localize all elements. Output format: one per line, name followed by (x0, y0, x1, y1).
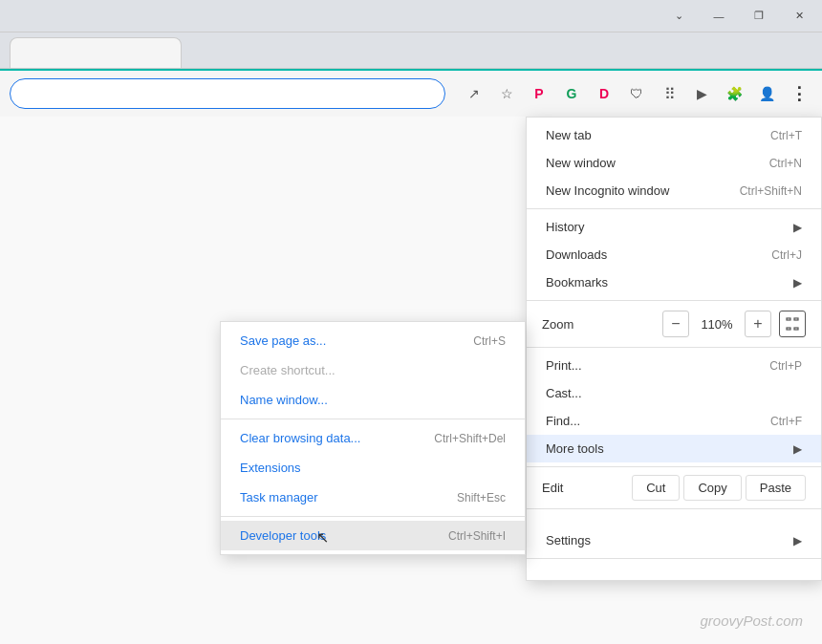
svg-rect-3 (794, 328, 798, 330)
title-bar: ⌄ — ❐ ✕ (0, 0, 822, 32)
dictionary-icon[interactable]: D (591, 80, 617, 107)
sub-menu: Save page as... Ctrl+S Create shortcut..… (220, 321, 526, 555)
menu-history[interactable]: History ▶ (527, 213, 821, 241)
play-icon[interactable]: ▶ (688, 80, 715, 107)
zoom-value: 110% (693, 317, 741, 332)
menu-find[interactable]: Find... Ctrl+F (527, 407, 821, 435)
submenu-clear-browsing[interactable]: Clear browsing data... Ctrl+Shift+Del (221, 423, 525, 453)
cut-button[interactable]: Cut (632, 475, 680, 501)
submenu-name-window[interactable]: Name window... (221, 385, 525, 415)
separator-5 (527, 508, 821, 509)
zoom-label: Zoom (542, 317, 659, 332)
submenu-create-shortcut[interactable]: Create shortcut... (221, 355, 525, 385)
paste-button[interactable]: Paste (746, 475, 806, 501)
window-controls: ⌄ — ❐ ✕ (660, 2, 818, 31)
submenu-task-manager[interactable]: Task manager Shift+Esc (221, 483, 525, 512)
svg-rect-0 (787, 318, 790, 320)
edit-label: Edit (542, 481, 628, 495)
svg-rect-1 (794, 318, 798, 320)
separator-4 (527, 466, 821, 467)
svg-rect-2 (787, 328, 790, 330)
bookmark-icon[interactable]: ☆ (493, 80, 520, 107)
pocket-icon[interactable]: P (526, 80, 552, 107)
address-bar: ↗ ☆ P G D 🛡 ⠿ ▶ 🧩 👤 ⋮ (0, 69, 822, 117)
minimize-button[interactable]: — (700, 2, 738, 31)
menu-incognito[interactable]: New Incognito window Ctrl+Shift+N (527, 177, 821, 204)
share-icon[interactable]: ↗ (461, 80, 487, 107)
zoom-fullscreen-button[interactable] (779, 311, 806, 337)
submenu-developer-tools[interactable]: Developer tools Ctrl+Shift+I (221, 521, 525, 550)
menu-icon[interactable]: ⋮ (786, 80, 812, 107)
menu-new-tab[interactable]: New tab Ctrl+T (527, 121, 821, 149)
menu-more-tools[interactable]: More tools ▶ (527, 435, 821, 462)
zoom-minus-button[interactable]: − (662, 311, 689, 337)
menu-cast[interactable]: Cast... (527, 379, 821, 407)
grammarly-icon[interactable]: G (558, 80, 585, 107)
toolbar-icons: ↗ ☆ P G D 🛡 ⠿ ▶ 🧩 👤 ⋮ (461, 80, 812, 107)
url-input[interactable] (10, 78, 445, 109)
chevron-button[interactable]: ⌄ (660, 2, 698, 31)
profile-icon[interactable]: 👤 (753, 80, 780, 107)
shield-icon[interactable]: 🛡 (623, 80, 650, 107)
main-menu: New tab Ctrl+T New window Ctrl+N New Inc… (526, 117, 822, 581)
menu-help[interactable]: Settings ▶ (527, 526, 821, 554)
menu-print[interactable]: Print... Ctrl+P (527, 352, 821, 379)
extensions-icon[interactable]: 🧩 (721, 80, 747, 107)
menu-downloads[interactable]: Downloads Ctrl+J (527, 241, 821, 268)
separator-3 (527, 347, 821, 348)
submenu-separator-1 (221, 419, 525, 419)
tab-bar (0, 32, 822, 69)
dots-icon[interactable]: ⠿ (656, 80, 682, 107)
menu-exit[interactable] (527, 563, 821, 576)
separator-6 (527, 558, 821, 559)
menu-settings[interactable] (527, 513, 821, 526)
edit-row: Edit Cut Copy Paste (527, 471, 821, 504)
submenu-separator-2 (221, 516, 525, 517)
watermark: groovyPost.com (700, 612, 803, 629)
active-tab[interactable] (10, 37, 182, 68)
menu-new-window[interactable]: New window Ctrl+N (527, 149, 821, 177)
menu-bookmarks[interactable]: Bookmarks ▶ (527, 268, 821, 296)
cursor-pointer: ↖ (316, 528, 329, 547)
submenu-extensions[interactable]: Extensions (221, 453, 525, 483)
main-content: groovyPost.com New tab Ctrl+T New window… (0, 117, 822, 644)
close-button[interactable]: ✕ (780, 2, 818, 31)
separator-2 (527, 300, 821, 301)
submenu-save-page[interactable]: Save page as... Ctrl+S (221, 326, 525, 355)
zoom-row: Zoom − 110% + (527, 305, 821, 343)
separator-1 (527, 208, 821, 209)
maximize-button[interactable]: ❐ (740, 2, 778, 31)
copy-button[interactable]: Copy (683, 475, 741, 501)
zoom-plus-button[interactable]: + (745, 311, 771, 337)
